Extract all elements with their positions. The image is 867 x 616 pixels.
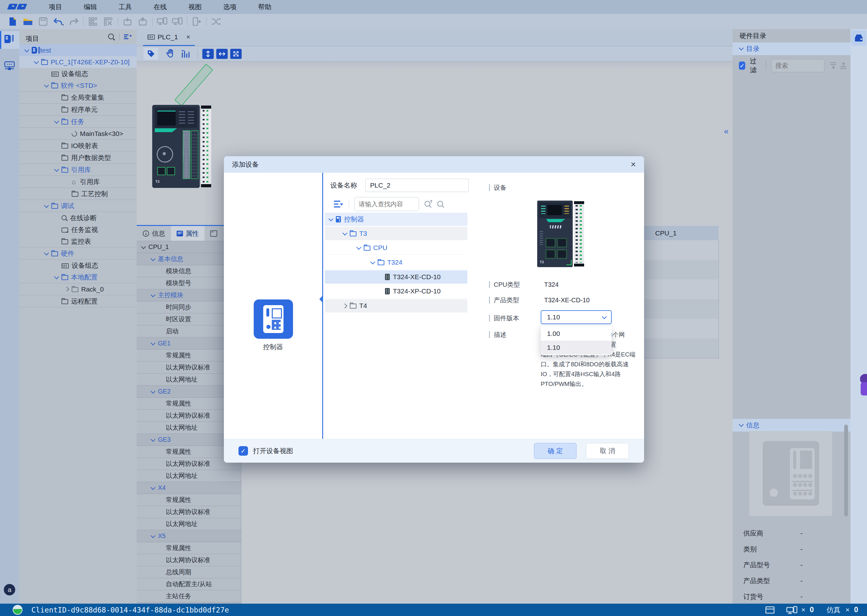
firmware-select[interactable]: 1.10 — [541, 310, 612, 324]
dialog-close-icon[interactable]: × — [631, 160, 636, 169]
prop-row[interactable]: 总线周期 — [137, 566, 241, 578]
tree-item-software[interactable]: 软件 <STD> — [19, 80, 137, 91]
catalog-item-t324-xe[interactable]: T324-XE-CD-10 — [325, 270, 467, 284]
tree-item-ref-lib-child[interactable]: ⌂引用库 — [19, 176, 137, 188]
collapse-panel-button[interactable]: « — [724, 126, 728, 136]
device-run-icon[interactable] — [191, 16, 202, 27]
firmware-option-100[interactable]: 1.00 — [541, 327, 612, 341]
tree-item-remote-config[interactable]: 远程配置 — [19, 295, 137, 307]
splitter-collapse-icon[interactable] — [319, 295, 323, 303]
info-section-header[interactable]: 信息 — [733, 419, 851, 432]
tree-item-global-vars[interactable]: 全局变量集 — [19, 91, 137, 104]
fit-screen-icon[interactable] — [230, 49, 242, 59]
menu-item-project[interactable]: 项目 — [38, 0, 73, 14]
tab-extra[interactable] — [205, 226, 223, 241]
catalog-item-controller[interactable]: 控制器 — [325, 213, 467, 226]
tree-item-watch-table[interactable]: 监控表 — [19, 236, 137, 247]
tab-properties[interactable]: 属性 — [171, 226, 205, 241]
download-to-device-icon[interactable] — [122, 16, 133, 27]
catalog-section-header[interactable]: 目录 — [733, 42, 851, 55]
prop-row[interactable]: X5 — [137, 530, 241, 542]
open-project-icon[interactable] — [22, 16, 33, 27]
select-tag-tool[interactable] — [143, 47, 158, 60]
catalog-search-input[interactable] — [771, 59, 824, 72]
tree-item-tech-control[interactable]: 工艺控制 — [19, 188, 137, 200]
prop-row[interactable]: X4 — [137, 482, 241, 494]
prop-row[interactable]: 常规属性 — [137, 494, 241, 506]
prop-row[interactable]: 以太网地址 — [137, 518, 241, 530]
save-icon[interactable] — [38, 16, 49, 27]
tree-item-task-monitor[interactable]: 任务监视 — [19, 224, 137, 236]
search-down-icon[interactable] — [436, 199, 446, 209]
catalog-item-t324-xp[interactable]: T324-XP-CD-10 — [325, 284, 467, 298]
catalog-item-t324[interactable]: T324 — [325, 256, 467, 269]
open-device-view-checkbox[interactable]: ✓ — [238, 446, 248, 456]
fit-horizontal-icon[interactable] — [216, 49, 228, 59]
online-compare-icon[interactable] — [157, 16, 167, 27]
tree-item-debug[interactable]: 调试 — [19, 200, 137, 212]
filter-checkbox[interactable]: ✓ — [739, 61, 745, 70]
collapse-all-icon[interactable] — [839, 61, 846, 70]
tab-plc1[interactable]: PLC_1 × — [143, 29, 195, 46]
prop-row[interactable]: 以太网协议标准 — [137, 506, 241, 518]
tree-item-test[interactable]: test — [19, 44, 137, 56]
catalog-item-t4[interactable]: T4 — [325, 299, 467, 313]
prop-row[interactable]: 以太网地址 — [137, 470, 241, 482]
search-up-icon[interactable] — [423, 199, 434, 209]
category-tile-controller[interactable] — [254, 299, 293, 339]
prop-row[interactable]: 常规属性 — [137, 542, 241, 554]
search-icon[interactable] — [108, 34, 114, 39]
catalog-empty-area[interactable] — [733, 76, 851, 419]
connected-devices-icon[interactable] — [786, 605, 798, 614]
firmware-option-110[interactable]: 1.10 — [541, 341, 612, 355]
redo-icon[interactable] — [68, 16, 79, 27]
project-library-icon[interactable] — [5, 35, 14, 44]
network-config-icon[interactable] — [4, 61, 15, 73]
tree-item-hardware[interactable]: 硬件 — [19, 247, 137, 259]
new-file-icon[interactable] — [7, 16, 18, 27]
tree-item-tasks[interactable]: 任务 — [19, 116, 137, 128]
filter-sort-icon[interactable] — [333, 199, 344, 209]
tab-info[interactable]: 信息 — [137, 226, 171, 241]
prop-row[interactable]: 自动配置主/从站 — [137, 578, 241, 590]
assistant-badge[interactable]: a — [4, 584, 15, 596]
window-layout-icon[interactable] — [765, 606, 775, 614]
tab-close-icon[interactable]: × — [186, 33, 190, 41]
tree-item-rack0[interactable]: Rack_0 — [19, 283, 137, 295]
online-sync-icon[interactable] — [172, 16, 183, 27]
fit-vertical-icon[interactable] — [202, 49, 214, 59]
statistics-tool[interactable] — [180, 49, 191, 59]
grid-config-icon[interactable] — [88, 16, 98, 27]
dialog-header[interactable]: 添加设备 × — [224, 156, 644, 173]
device-tree-search-input[interactable] — [354, 197, 419, 211]
prop-row[interactable]: 主站任务 — [137, 590, 241, 602]
tree-item-ref-lib[interactable]: 引用库 — [19, 164, 137, 176]
tree-item-maintask[interactable]: MainTask<30> — [19, 128, 137, 140]
tree-item-online-diag[interactable]: 在线诊断 — [19, 212, 137, 224]
cancel-button[interactable]: 取 消 — [586, 443, 629, 459]
tree-item-local-config[interactable]: 本地配置 — [19, 271, 137, 283]
menu-item-tools[interactable]: 工具 — [108, 0, 143, 14]
tree-item-device-config2[interactable]: 设备组态 — [19, 259, 137, 271]
tree-item-io-map[interactable]: IO映射表 — [19, 140, 137, 152]
tree-item-program-units[interactable]: 程序单元 — [19, 104, 137, 116]
menu-item-help[interactable]: 帮助 — [247, 0, 282, 14]
menu-item-view[interactable]: 视图 — [178, 0, 213, 14]
catalog-item-cpu[interactable]: CPU — [325, 241, 467, 255]
menu-item-edit[interactable]: 编辑 — [73, 0, 108, 14]
pan-hand-tool[interactable] — [165, 49, 176, 59]
tree-item-plc1[interactable]: PLC_1[T426E-XEP-Z0-10] — [19, 56, 137, 68]
undo-icon[interactable] — [53, 16, 64, 27]
prop-row[interactable]: 以太网协议标准 — [137, 554, 241, 566]
crossover-icon[interactable] — [211, 16, 221, 27]
info-scrollbar[interactable] — [844, 424, 848, 517]
menu-item-options[interactable]: 选项 — [213, 0, 247, 14]
ok-button[interactable]: 确 定 — [534, 443, 577, 459]
catalog-item-t3[interactable]: T3 — [325, 227, 467, 240]
grid-config-delete-icon[interactable] — [103, 16, 113, 27]
hardware-drive-icon[interactable] — [851, 30, 866, 46]
dialog-splitter[interactable] — [322, 173, 323, 439]
tree-item-device-config[interactable]: 设备组态 — [19, 68, 137, 80]
tree-item-user-types[interactable]: 用户数据类型 — [19, 152, 137, 164]
expand-all-icon[interactable] — [829, 61, 836, 70]
